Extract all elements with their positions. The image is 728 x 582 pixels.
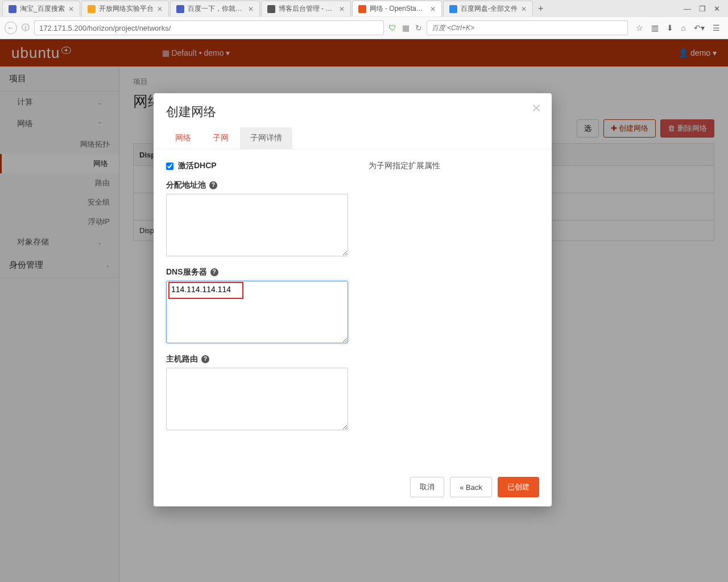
minimize-icon[interactable]: — xyxy=(684,5,691,13)
tab-network[interactable]: 网络 xyxy=(165,127,201,149)
submit-button[interactable]: 已创建 xyxy=(498,477,539,497)
enable-dhcp-label: 激活DHCP xyxy=(178,161,217,171)
host-routes-label: 主机路由 xyxy=(166,354,198,364)
tab-strip: 淘宝_百度搜索 ✕ 开放网络实验平台 ✕ 百度一下，你就知道 ✕ 博客后台管理 … xyxy=(0,0,728,17)
favicon-icon xyxy=(358,5,366,13)
close-icon[interactable]: ✕ xyxy=(248,5,254,13)
library-icon[interactable]: ▥ xyxy=(651,23,659,32)
allocation-pools-label: 分配地址池 xyxy=(166,180,206,190)
tab-title: 开放网络实验平台 xyxy=(99,4,154,14)
openstack-page: ubuntu✦ ▦ Default • demo ▾ 👤 demo ▾ 项目 计… xyxy=(0,39,728,582)
tab-title: 淘宝_百度搜索 xyxy=(20,4,65,14)
tab-title: 网络 - OpenStack D xyxy=(370,4,427,14)
favicon-icon xyxy=(9,5,16,13)
tab-subnet-details[interactable]: 子网详情 xyxy=(240,127,292,149)
favicon-icon xyxy=(267,5,275,13)
download-icon[interactable]: ⬇ xyxy=(667,23,673,32)
reload-icon[interactable]: ↻ xyxy=(415,23,422,32)
back-icon[interactable]: ← xyxy=(5,22,17,34)
browser-tab[interactable]: 淘宝_百度搜索 ✕ xyxy=(2,1,80,16)
close-icon[interactable]: ✕ xyxy=(430,5,436,13)
home-icon[interactable]: ⌂ xyxy=(681,23,686,32)
close-icon[interactable]: ✕ xyxy=(339,5,345,13)
help-icon[interactable]: ? xyxy=(209,181,217,189)
browser-tab[interactable]: 百度一下，你就知道 ✕ xyxy=(170,1,260,16)
favicon-icon xyxy=(176,5,184,13)
qr-icon[interactable]: ▦ xyxy=(402,23,410,32)
browser-tab[interactable]: 开放网络实验平台 ✕ xyxy=(81,1,169,16)
create-network-modal: 创建网络 ✕ 网络 子网 子网详情 激活DHCP 分配地址池? DNS服务器? xyxy=(154,93,552,506)
history-icon[interactable]: ↶▾ xyxy=(694,23,705,32)
dns-servers-label: DNS服务器 xyxy=(166,267,207,277)
dns-servers-input[interactable] xyxy=(166,281,348,343)
cancel-button[interactable]: 取消 xyxy=(410,477,444,497)
tab-title: 百度网盘-全部文件 xyxy=(461,4,518,14)
browser-chrome: 淘宝_百度搜索 ✕ 开放网络实验平台 ✕ 百度一下，你就知道 ✕ 博客后台管理 … xyxy=(0,0,728,39)
star-icon[interactable]: ☆ xyxy=(636,23,643,32)
browser-tab[interactable]: 百度网盘-全部文件 ✕ xyxy=(443,1,533,16)
help-icon[interactable]: ? xyxy=(201,355,209,363)
search-input[interactable] xyxy=(427,20,628,35)
enable-dhcp-checkbox[interactable] xyxy=(166,163,173,170)
new-tab-button[interactable]: + xyxy=(534,3,548,14)
back-button[interactable]: « Back xyxy=(450,477,492,497)
browser-tab[interactable]: 博客后台管理 - 博客园 ✕ xyxy=(261,1,351,16)
window-controls: — ❐ ✕ xyxy=(684,5,726,13)
address-bar: ← ⓘ 🛡 ▦ ↻ ☆ ▥ ⬇ ⌂ ↶▾ ☰ xyxy=(0,17,728,39)
close-icon[interactable]: ✕ xyxy=(157,5,163,13)
host-routes-input[interactable] xyxy=(166,368,348,430)
modal-description: 为子网指定扩展属性 xyxy=(359,161,539,462)
close-icon[interactable]: ✕ xyxy=(531,101,541,116)
help-icon[interactable]: ? xyxy=(210,268,218,276)
close-icon[interactable]: ✕ xyxy=(521,5,527,13)
tab-title: 百度一下，你就知道 xyxy=(188,4,245,14)
info-icon[interactable]: ⓘ xyxy=(22,23,30,33)
tab-title: 博客后台管理 - 博客园 xyxy=(279,4,336,14)
favicon-icon xyxy=(88,5,96,13)
allocation-pools-input[interactable] xyxy=(166,194,348,256)
tab-subnet[interactable]: 子网 xyxy=(202,127,239,149)
shield-icon[interactable]: 🛡 xyxy=(388,23,396,32)
modal-tabs: 网络 子网 子网详情 xyxy=(154,127,552,149)
close-window-icon[interactable]: ✕ xyxy=(714,5,720,13)
favicon-icon xyxy=(449,5,457,13)
maximize-icon[interactable]: ❐ xyxy=(699,5,706,13)
close-icon[interactable]: ✕ xyxy=(68,5,74,13)
url-input[interactable] xyxy=(34,20,384,35)
modal-title: 创建网络 xyxy=(166,103,539,120)
menu-icon[interactable]: ☰ xyxy=(713,23,720,32)
browser-tab-active[interactable]: 网络 - OpenStack D ✕ xyxy=(352,1,442,16)
